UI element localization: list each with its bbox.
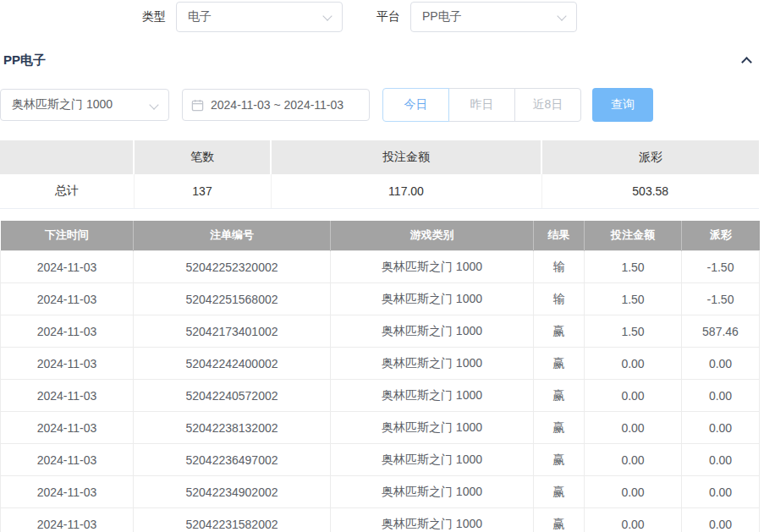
cell-bet-id: 52042173401002 xyxy=(134,315,331,348)
cell-result: 赢 xyxy=(534,380,585,412)
platform-filter-group: 平台 PP电子 xyxy=(377,2,577,32)
header-bet-id: 注单编号 xyxy=(134,221,331,251)
cell-game: 奥林匹斯之门 1000 xyxy=(331,348,534,380)
cell-game: 奥林匹斯之门 1000 xyxy=(331,412,534,444)
section-header: PP电子 xyxy=(0,47,764,73)
summary-header-empty xyxy=(0,140,134,174)
cell-game: 奥林匹斯之门 1000 xyxy=(331,251,534,283)
cell-payout: 0.00 xyxy=(682,444,760,476)
date-range-input[interactable]: 2024-11-03 ~ 2024-11-03 xyxy=(182,89,370,121)
cell-bet: 0.00 xyxy=(585,508,682,532)
platform-filter-label: 平台 xyxy=(377,9,400,25)
cell-payout: 0.00 xyxy=(682,348,760,380)
cell-date: 2024-11-03 xyxy=(1,412,134,444)
summary-header-bet: 投注金额 xyxy=(271,140,541,174)
cell-result: 赢 xyxy=(534,348,585,380)
cell-game: 奥林匹斯之门 1000 xyxy=(331,380,534,412)
summary-header-payout: 派彩 xyxy=(541,140,759,174)
cell-date: 2024-11-03 xyxy=(1,251,134,283)
bet-records-table: 下注时间 注单编号 游戏类别 结果 投注金额 派彩 2024-11-03 520… xyxy=(0,221,760,532)
type-select[interactable]: 电子 xyxy=(176,2,343,32)
cell-bet-id: 52042251568002 xyxy=(134,283,331,315)
cell-bet: 1.50 xyxy=(585,251,682,283)
calendar-icon xyxy=(191,99,204,112)
summary-header-row: 笔数 投注金额 派彩 xyxy=(0,140,759,174)
summary-count-value: 137 xyxy=(134,174,271,208)
platform-select-value: PP电子 xyxy=(422,9,462,25)
table-row: 2024-11-03 52042173401002 奥林匹斯之门 1000 赢 … xyxy=(1,315,760,348)
chevron-down-icon xyxy=(149,100,158,109)
summary-total-row: 总计 137 117.00 503.58 xyxy=(0,174,759,208)
today-button[interactable]: 今日 xyxy=(382,88,449,122)
table-row: 2024-11-03 52042234902002 奥林匹斯之门 1000 赢 … xyxy=(1,476,760,508)
header-bet-amount: 投注金额 xyxy=(585,221,682,251)
cell-bet: 0.00 xyxy=(585,444,682,476)
cell-payout: 0.00 xyxy=(682,508,760,532)
cell-date: 2024-11-03 xyxy=(1,380,134,412)
date-range-value: 2024-11-03 ~ 2024-11-03 xyxy=(211,98,344,112)
table-row: 2024-11-03 52042242400002 奥林匹斯之门 1000 赢 … xyxy=(1,348,760,380)
table-row: 2024-11-03 52042240572002 奥林匹斯之门 1000 赢 … xyxy=(1,380,760,412)
table-row: 2024-11-03 52042252320002 奥林匹斯之门 1000 输 … xyxy=(1,251,760,283)
cell-game: 奥林匹斯之门 1000 xyxy=(331,508,534,532)
cell-date: 2024-11-03 xyxy=(1,348,134,380)
game-select[interactable]: 奥林匹斯之门 1000 xyxy=(0,89,169,121)
summary-header-count: 笔数 xyxy=(134,140,271,174)
table-row: 2024-11-03 52042236497002 奥林匹斯之门 1000 赢 … xyxy=(1,444,760,476)
cell-date: 2024-11-03 xyxy=(1,444,134,476)
cell-result: 赢 xyxy=(534,412,585,444)
summary-payout-value: 503.58 xyxy=(541,174,759,208)
cell-game: 奥林匹斯之门 1000 xyxy=(331,283,534,315)
cell-result: 输 xyxy=(534,251,585,283)
cell-payout: -1.50 xyxy=(682,251,760,283)
cell-result: 赢 xyxy=(534,508,585,532)
cell-bet-id: 52042242400002 xyxy=(134,348,331,380)
summary-total-label: 总计 xyxy=(0,174,134,208)
top-filter-bar: 类型 电子 平台 PP电子 xyxy=(0,0,764,34)
cell-payout: 0.00 xyxy=(682,412,760,444)
yesterday-button[interactable]: 昨日 xyxy=(448,88,515,122)
cell-bet-id: 52042238132002 xyxy=(134,412,331,444)
game-select-value: 奥林匹斯之门 1000 xyxy=(12,97,113,112)
cell-date: 2024-11-03 xyxy=(1,476,134,508)
cell-payout: -1.50 xyxy=(682,283,760,315)
type-filter-label: 类型 xyxy=(142,9,166,25)
cell-bet-id: 52042236497002 xyxy=(134,444,331,476)
header-payout: 派彩 xyxy=(682,221,760,251)
cell-game: 奥林匹斯之门 1000 xyxy=(331,444,534,476)
header-bet-time: 下注时间 xyxy=(1,221,134,251)
cell-result: 输 xyxy=(534,283,585,315)
chevron-down-icon xyxy=(557,11,566,20)
platform-select[interactable]: PP电子 xyxy=(410,2,577,32)
cell-bet-id: 52042252320002 xyxy=(134,251,331,283)
cell-bet: 1.50 xyxy=(585,283,682,315)
cell-bet: 1.50 xyxy=(585,315,682,348)
cell-bet-id: 52042234902002 xyxy=(134,476,331,508)
page: 类型 电子 平台 PP电子 PP电子 奥林匹斯之门 1000 xyxy=(0,0,764,532)
collapse-chevron-up-icon[interactable] xyxy=(741,57,752,68)
cell-bet-id: 52042231582002 xyxy=(134,508,331,532)
cell-result: 赢 xyxy=(534,315,585,348)
cell-game: 奥林匹斯之门 1000 xyxy=(331,476,534,508)
table-header-row: 下注时间 注单编号 游戏类别 结果 投注金额 派彩 xyxy=(1,221,760,251)
cell-game: 奥林匹斯之门 1000 xyxy=(331,315,534,348)
search-button[interactable]: 查询 xyxy=(592,88,653,122)
table-row: 2024-11-03 52042238132002 奥林匹斯之门 1000 赢 … xyxy=(1,412,760,444)
cell-payout: 587.46 xyxy=(682,315,760,348)
header-game-category: 游戏类别 xyxy=(331,221,534,251)
cell-payout: 0.00 xyxy=(682,476,760,508)
header-result: 结果 xyxy=(534,221,585,251)
table-row: 2024-11-03 52042251568002 奥林匹斯之门 1000 输 … xyxy=(1,283,760,315)
last8days-button[interactable]: 近8日 xyxy=(514,88,581,122)
cell-date: 2024-11-03 xyxy=(1,283,134,315)
cell-bet-id: 52042240572002 xyxy=(134,380,331,412)
section-title: PP电子 xyxy=(3,52,46,69)
cell-payout: 0.00 xyxy=(682,380,760,412)
table-row: 2024-11-03 52042231582002 奥林匹斯之门 1000 赢 … xyxy=(1,508,760,532)
chevron-down-icon xyxy=(322,11,332,20)
cell-result: 赢 xyxy=(534,444,585,476)
summary-bet-value: 117.00 xyxy=(271,174,541,208)
type-select-value: 电子 xyxy=(188,9,212,25)
type-filter-group: 类型 电子 xyxy=(142,2,343,32)
cell-result: 赢 xyxy=(534,476,585,508)
